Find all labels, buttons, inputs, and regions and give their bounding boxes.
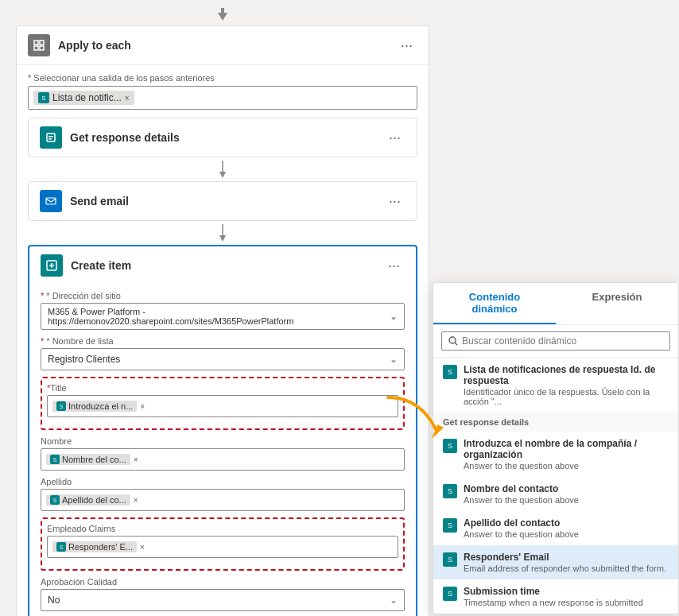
apply-to-each-more[interactable]: ··· bbox=[396, 36, 417, 56]
panel-item-3-title: Responders' Email bbox=[464, 552, 669, 563]
selector-label: * Seleccionar una salida de los pasos an… bbox=[28, 73, 417, 83]
list-name-select[interactable]: Registro Clientes ⌄ bbox=[41, 348, 405, 370]
panel-tabs: Contenido dinámico Expresión bbox=[433, 283, 678, 325]
empleado-field[interactable]: S Responders' E... × bbox=[47, 536, 398, 558]
apellido-label: Apellido bbox=[41, 477, 405, 486]
tag-label: Lista de notific... bbox=[52, 92, 122, 103]
tab-expression[interactable]: Expresión bbox=[556, 283, 678, 324]
apellido-tag-label: Apellido del co... bbox=[62, 495, 126, 505]
panel-item-1-icon: S bbox=[443, 484, 457, 498]
panel-search-area bbox=[433, 325, 678, 358]
apply-to-each-title: Apply to each bbox=[58, 39, 396, 52]
svg-rect-0 bbox=[34, 41, 38, 45]
svg-rect-5 bbox=[48, 136, 53, 138]
panel-item-0-content: Introduzca el nombre de la compañía / or… bbox=[464, 438, 669, 471]
panel-item-0-desc: Answer to the question above bbox=[464, 461, 669, 471]
panel-item-notif[interactable]: S Lista de notificaciones de respuesta I… bbox=[433, 358, 678, 413]
nombre-tag-icon: S bbox=[50, 455, 60, 464]
list-name-chevron: ⌄ bbox=[390, 354, 398, 365]
site-address-row: * * Dirección del sitio M365 & Power Pla… bbox=[41, 291, 405, 330]
title-tag-close[interactable]: × bbox=[140, 402, 145, 411]
panel-notif-title: Lista de notificaciones de respuesta Id.… bbox=[464, 364, 669, 386]
panel-notif-content: Lista de notificaciones de respuesta Id.… bbox=[464, 364, 669, 406]
lista-tag: S Lista de notific... × bbox=[33, 91, 134, 105]
panel-item-4-content: Submission time Timestamp when a new res… bbox=[464, 586, 669, 607]
panel-item-4[interactable]: S Submission time Timestamp when a new r… bbox=[433, 579, 678, 614]
site-address-value: M365 & Power Platform - https://demonov2… bbox=[48, 307, 390, 326]
nombre-label: Nombre bbox=[41, 436, 405, 446]
apellido-tag-icon: S bbox=[50, 495, 60, 505]
tab-dynamic-content[interactable]: Contenido dinámico bbox=[433, 283, 556, 324]
panel-item-3-icon: S bbox=[443, 552, 457, 567]
svg-line-13 bbox=[455, 343, 457, 345]
arrow-1 bbox=[28, 157, 417, 181]
title-field[interactable]: S Introduzca el n... × bbox=[47, 395, 398, 417]
apellido-tag-close[interactable]: × bbox=[134, 496, 138, 505]
svg-rect-6 bbox=[48, 138, 52, 140]
create-item-more[interactable]: ··· bbox=[383, 256, 405, 276]
panel-item-1[interactable]: S Nombre del contacto Answer to the ques… bbox=[433, 477, 678, 511]
nombre-row: Nombre S Nombre del co... × bbox=[41, 436, 405, 471]
panel-item-0-title: Introduzca el nombre de la compañía / or… bbox=[464, 438, 669, 460]
nombre-field[interactable]: S Nombre del co... × bbox=[41, 448, 405, 471]
apply-to-each-card: Apply to each ··· * Seleccionar una sali… bbox=[16, 25, 429, 616]
svg-rect-8 bbox=[46, 198, 56, 204]
panel-item-3[interactable]: S Responders' Email Email address of res… bbox=[433, 545, 678, 579]
panel-item-2-content: Apellido del contacto Answer to the ques… bbox=[464, 517, 669, 539]
panel-item-1-content: Nombre del contacto Answer to the questi… bbox=[464, 483, 669, 505]
selector-tag-input[interactable]: S Lista de notific... × bbox=[28, 86, 417, 110]
panel-items-list: S Lista de notificaciones de respuesta I… bbox=[433, 358, 678, 614]
nombre-tag-label: Nombre del co... bbox=[62, 455, 126, 464]
panel-item-0[interactable]: S Introduzca el nombre de la compañía / … bbox=[433, 432, 678, 477]
tag-close-button[interactable]: × bbox=[125, 94, 130, 103]
site-address-chevron: ⌄ bbox=[390, 311, 398, 322]
panel-item-2-desc: Answer to the question above bbox=[464, 529, 669, 539]
aprobacion-value: No bbox=[48, 595, 60, 606]
search-icon bbox=[448, 336, 458, 346]
panel-item-0-icon: S bbox=[443, 439, 457, 453]
aprobacion-label: Aprobación Calidad bbox=[41, 577, 405, 587]
aprobacion-select[interactable]: No ⌄ bbox=[41, 589, 405, 611]
send-email-more[interactable]: ··· bbox=[384, 192, 405, 211]
svg-rect-2 bbox=[34, 46, 38, 50]
apellido-tag: S Apellido del co... bbox=[46, 494, 130, 506]
tag-sharepoint-icon: S bbox=[38, 92, 49, 103]
title-tag-label: Introduzca el n... bbox=[68, 401, 133, 411]
get-response-section-label: Get response details bbox=[433, 413, 678, 432]
search-box bbox=[441, 331, 670, 351]
empleado-tag-label: Responders' E... bbox=[68, 542, 133, 552]
panel-item-4-icon: S bbox=[443, 587, 457, 601]
svg-rect-3 bbox=[40, 46, 44, 50]
get-response-more[interactable]: ··· bbox=[384, 128, 405, 148]
flow-area: Apply to each ··· * Seleccionar una sali… bbox=[0, 0, 445, 616]
panel-item-2-title: Apellido del contacto bbox=[464, 517, 669, 529]
top-arrow-connector bbox=[16, 8, 429, 21]
panel-item-2-icon: S bbox=[443, 518, 457, 533]
aprobacion-chevron: ⌄ bbox=[390, 595, 398, 606]
panel-item-4-desc: Timestamp when a new response is submitt… bbox=[464, 598, 669, 607]
empleado-tag: S Responders' E... bbox=[52, 541, 137, 552]
apellido-field[interactable]: S Apellido del co... × bbox=[41, 489, 405, 511]
nombre-tag-close[interactable]: × bbox=[134, 455, 138, 464]
list-name-row: * * Nombre de lista Registro Clientes ⌄ bbox=[41, 336, 405, 370]
inner-steps: Get response details ··· bbox=[28, 118, 417, 616]
apply-to-each-body: * Seleccionar una salida de los pasos an… bbox=[17, 65, 429, 616]
apply-to-each-header: Apply to each ··· bbox=[17, 26, 429, 65]
panel-notif-desc: Identificador único de la respuesta. Úse… bbox=[464, 387, 669, 406]
search-input[interactable] bbox=[462, 335, 663, 347]
site-address-select[interactable]: M365 & Power Platform - https://demonov2… bbox=[41, 303, 405, 330]
empleado-tag-icon: S bbox=[56, 542, 66, 552]
panel-item-2[interactable]: S Apellido del contacto Answer to the qu… bbox=[433, 511, 678, 545]
list-name-value: Registro Clientes bbox=[48, 354, 120, 365]
arrow-2 bbox=[28, 221, 417, 245]
svg-point-12 bbox=[449, 337, 456, 343]
create-item-icon bbox=[41, 254, 63, 277]
send-email-icon bbox=[40, 190, 62, 212]
send-email-header: Send email ··· bbox=[29, 182, 417, 220]
empleado-tag-close[interactable]: × bbox=[140, 543, 145, 552]
title-row: *Title S Introduzca el n... × bbox=[47, 383, 398, 417]
title-tag: S Introduzca el n... bbox=[52, 401, 137, 412]
nombre-tag: S Nombre del co... bbox=[46, 454, 130, 465]
panel-item-3-content: Responders' Email Email address of respo… bbox=[464, 552, 669, 573]
panel-item-1-desc: Answer to the question above bbox=[464, 495, 669, 505]
